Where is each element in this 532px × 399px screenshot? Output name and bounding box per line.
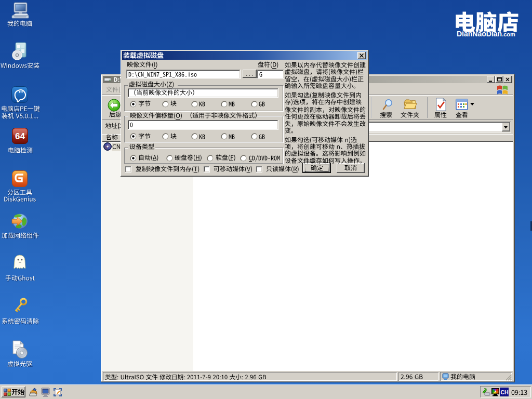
svg-text:64: 64 [15,131,25,141]
